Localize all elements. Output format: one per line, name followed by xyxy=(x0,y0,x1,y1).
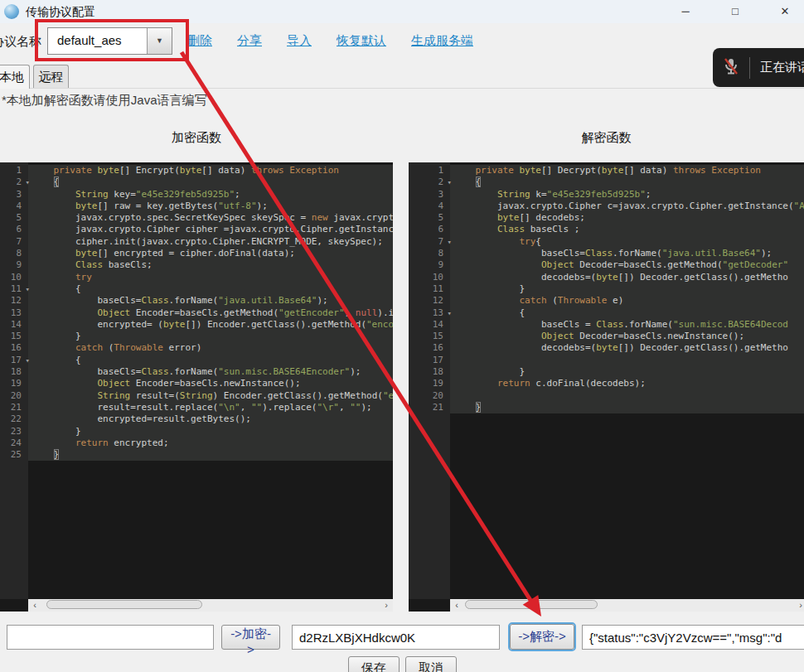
horizontal-scrollbar[interactable]: ‹ › xyxy=(28,599,393,612)
code-line: 10 decodebs=(byte[]) Decoder.getClass().… xyxy=(409,272,804,283)
code-line: 21 result=result.replace("\n", "").repla… xyxy=(0,402,393,413)
code-line: 21 } xyxy=(409,402,804,413)
scroll-track[interactable] xyxy=(463,599,794,612)
code-line: 25 } xyxy=(0,449,393,461)
toolbar-links: 删除分享导入恢复默认生成服务端 xyxy=(187,33,473,49)
fold-arrow-icon[interactable]: ▾ xyxy=(448,176,452,188)
minimize-button[interactable]: ─ xyxy=(666,0,705,23)
scroll-thumb[interactable] xyxy=(46,600,202,609)
code-line: 3 String k="e45e329feb5d925b"; xyxy=(409,189,804,201)
code-line: 1 private byte[] Encrypt(byte[] data) th… xyxy=(0,165,393,176)
microphone-muted-icon[interactable] xyxy=(713,57,749,79)
encrypt-function-header: 加密函数 xyxy=(0,130,393,146)
scroll-left-icon[interactable]: ‹ xyxy=(28,599,41,612)
code-line: 8 byte[] encrypted = cipher.doFinal(data… xyxy=(0,248,393,259)
title-bar: 传输协议配置 ─ □ ✕ xyxy=(0,0,804,23)
code-line: 11 } xyxy=(409,283,804,295)
close-button[interactable]: ✕ xyxy=(766,0,804,23)
code-line: 14 encrypted= (byte[]) Encoder.getClass(… xyxy=(0,319,393,331)
app-icon xyxy=(4,4,19,19)
code-line: 20 String result=(String) Encoder.getCla… xyxy=(0,390,393,402)
save-button[interactable]: 保存 xyxy=(348,656,400,672)
code-line: 9 Object Decoder=baseCls.getMethod("getD… xyxy=(409,259,804,271)
speaking-overlay: 正在讲话 xyxy=(713,48,804,87)
code-line: 5 byte[] decodebs; xyxy=(409,212,804,224)
code-line: 17 xyxy=(409,355,804,366)
code-line: 22 encrypted=result.getBytes(); xyxy=(0,413,393,425)
decrypt-code-editor[interactable]: 1 private byte[] Decrypt(byte[] data) th… xyxy=(409,162,804,612)
tab-0[interactable]: 本地 xyxy=(0,65,30,89)
code-line: 6 javax.crypto.Cipher cipher =javax.cryp… xyxy=(0,224,393,235)
encrypted-text-input[interactable] xyxy=(292,625,500,650)
code-line: 23 } xyxy=(0,426,393,438)
code-line: 13▾ { xyxy=(409,307,804,319)
encrypt-code-editor[interactable]: 1 private byte[] Encrypt(byte[] data) th… xyxy=(0,162,393,612)
code-line: 18 baseCls=Class.forName("sun.misc.BASE6… xyxy=(0,366,393,378)
code-line: 7 cipher.init(javax.crypto.Cipher.ENCRYP… xyxy=(0,236,393,248)
toolbar-link-2[interactable]: 导入 xyxy=(287,33,312,49)
code-line: 14 baseCls = Class.forName("sun.misc.BAS… xyxy=(409,319,804,331)
window-title: 传输协议配置 xyxy=(26,5,95,20)
code-line: 15 Object Decoder=baseCls.newInstance(); xyxy=(409,331,804,342)
scroll-track[interactable] xyxy=(41,599,380,612)
code-line: 16 decodebs=(byte[]) Decoder.getClass().… xyxy=(409,342,804,354)
chevron-down-icon[interactable]: ▼ xyxy=(147,28,172,54)
tab-1[interactable]: 远程 xyxy=(33,65,69,88)
code-lines[interactable]: 1 private byte[] Encrypt(byte[] data) th… xyxy=(0,162,393,461)
code-line: 8 baseCls=Class.forName("java.util.Base6… xyxy=(409,248,804,259)
fold-arrow-icon[interactable]: ▾ xyxy=(26,176,30,188)
scroll-right-icon[interactable]: › xyxy=(380,599,393,612)
protocol-select-value: default_aes xyxy=(57,33,122,47)
scroll-left-icon[interactable]: ‹ xyxy=(450,599,463,612)
code-line: 4 byte[] raw = key.getBytes("utf-8"); xyxy=(0,201,393,212)
code-line: 9 Class baseCls; xyxy=(0,259,393,271)
maximize-button[interactable]: □ xyxy=(716,0,754,23)
decrypted-text-input[interactable] xyxy=(582,625,804,650)
protocol-name-label: 协议名称 xyxy=(0,34,41,50)
fold-arrow-icon[interactable]: ▾ xyxy=(26,355,30,366)
protocol-select[interactable]: default_aes ▼ xyxy=(47,27,172,55)
encrypt-button[interactable]: ->加密-> xyxy=(221,625,280,650)
code-line: 20 xyxy=(409,390,804,402)
code-line: 7▾ try{ xyxy=(409,236,804,248)
tabstrip-divider xyxy=(0,88,804,89)
scroll-right-icon[interactable]: › xyxy=(794,599,804,612)
decrypt-function-header: 解密函数 xyxy=(409,130,804,146)
code-line: 1 private byte[] Decrypt(byte[] data) th… xyxy=(409,165,804,176)
code-line: 12 catch (Throwable e) xyxy=(409,295,804,307)
fold-arrow-icon[interactable]: ▾ xyxy=(448,236,452,248)
java-note: *本地加解密函数请使用Java语言编写 xyxy=(2,93,207,109)
toolbar-link-3[interactable]: 恢复默认 xyxy=(337,33,386,49)
code-line: 5 javax.crypto.spec.SecretKeySpec skeySp… xyxy=(0,212,393,224)
toolbar-link-4[interactable]: 生成服务端 xyxy=(411,33,473,49)
code-line: 19 Object Encoder=baseCls.newInstance(); xyxy=(0,378,393,389)
code-line: 16 catch (Throwable error) xyxy=(0,342,393,354)
code-line: 11▾ { xyxy=(0,283,393,295)
decrypt-button[interactable]: ->解密-> xyxy=(510,624,574,650)
speaking-label: 正在讲话 xyxy=(750,60,804,75)
toolbar-link-0[interactable]: 删除 xyxy=(187,33,212,49)
code-line: 10 try xyxy=(0,272,393,283)
code-lines[interactable]: 1 private byte[] Decrypt(byte[] data) th… xyxy=(409,162,804,413)
code-line: 24 return encrypted; xyxy=(0,438,393,449)
fold-arrow-icon[interactable]: ▾ xyxy=(26,283,30,295)
scroll-thumb[interactable] xyxy=(465,600,598,609)
horizontal-scrollbar[interactable]: ‹ › xyxy=(450,599,804,612)
code-line: 4 javax.crypto.Cipher c=javax.crypto.Cip… xyxy=(409,201,804,212)
code-line: 19 return c.doFinal(decodebs); xyxy=(409,378,804,389)
code-line: 18 } xyxy=(409,366,804,378)
fold-arrow-icon[interactable]: ▾ xyxy=(448,307,452,319)
cancel-button[interactable]: 取消 xyxy=(405,656,457,672)
code-line: 3 String key="e45e329feb5d925b"; xyxy=(0,189,393,201)
code-line: 17▾ { xyxy=(0,355,393,366)
code-line: 13 Object Encoder=baseCls.getMethod("get… xyxy=(0,307,393,319)
code-line: 2▾ { xyxy=(0,176,393,188)
code-line: 15 } xyxy=(0,331,393,342)
code-line: 12 baseCls=Class.forName("java.util.Base… xyxy=(0,295,393,307)
plaintext-input[interactable] xyxy=(7,625,214,650)
code-line: 2▾ { xyxy=(409,176,804,188)
code-line: 6 Class baseCls ; xyxy=(409,224,804,235)
toolbar-link-1[interactable]: 分享 xyxy=(237,33,262,49)
